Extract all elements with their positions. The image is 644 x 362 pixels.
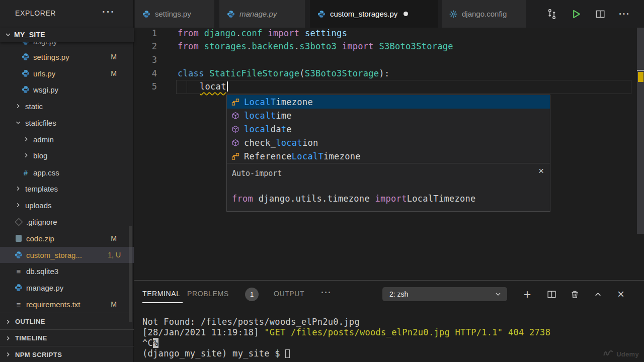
split-terminal-icon[interactable]: [545, 288, 557, 300]
sidebar-item-db-sqlite3[interactable]: ≡ db.sqlite3: [0, 263, 134, 279]
kill-terminal-icon[interactable]: [569, 288, 581, 300]
more-actions-icon[interactable]: ···: [618, 8, 631, 21]
python-icon: [21, 53, 30, 61]
section-outline[interactable]: OUTLINE: [0, 313, 134, 330]
folder-label: admin: [33, 135, 54, 144]
sidebar-item-custom-storages-py[interactable]: custom_storag... 1, U: [0, 247, 134, 263]
git-modified-badge: M: [111, 53, 117, 61]
text-cursor: [227, 81, 228, 92]
sidebar-folder-templates[interactable]: templates: [0, 180, 134, 197]
explorer-sidebar: EXPLORER ··· MY_SITE asgi.py settings.py…: [0, 0, 134, 362]
folder-label: staticfiles: [25, 119, 56, 127]
terminal-output-line: Not Found: /files/posts/woods_elPn2u0.jp…: [142, 317, 360, 327]
tab-problems[interactable]: PROBLEMS: [187, 290, 229, 298]
sidebar-item-urls-py[interactable]: urls.py M: [0, 65, 134, 81]
sidebar-item-manage-py[interactable]: manage.py: [0, 280, 134, 296]
python-icon: [21, 69, 30, 77]
split-editor-icon[interactable]: [594, 8, 607, 21]
unsaved-dot-icon[interactable]: [404, 12, 408, 16]
editor-scrollbar[interactable]: [637, 28, 644, 280]
git-icon: [14, 219, 23, 225]
sidebar-folder-blog[interactable]: blog: [0, 147, 134, 163]
active-tab-underline: [142, 302, 183, 303]
close-icon[interactable]: ×: [538, 165, 544, 176]
code-line-1[interactable]: from django.conf import settings: [178, 27, 347, 40]
tab-label: custom_storages.py: [330, 10, 397, 18]
class-symbol-icon: [231, 98, 240, 106]
auto-import-label: Auto-import: [232, 169, 282, 178]
line-number: 1: [137, 27, 157, 40]
chevron-down-icon: [14, 119, 22, 126]
udemy-watermark: Udemy: [603, 349, 639, 359]
section-label: TIMELINE: [15, 334, 47, 342]
problems-untracked-badge: 1, U: [108, 251, 121, 259]
file-label: asgi.py: [33, 42, 57, 46]
autocomplete-widget: LocalTimezone localtime localdate check_…: [226, 95, 550, 212]
folder-label: templates: [25, 185, 58, 193]
sidebar-folder-admin[interactable]: admin: [0, 131, 134, 147]
git-modified-badge: M: [111, 69, 117, 77]
explorer-title: EXPLORER: [15, 9, 56, 17]
folder-label: blog: [33, 151, 47, 160]
tab-output[interactable]: OUTPUT: [274, 290, 304, 298]
line-number: 2: [137, 40, 157, 53]
section-label: OUTLINE: [15, 318, 45, 325]
ruler-cursor-marker: [637, 70, 644, 71]
explorer-more-actions-icon[interactable]: ···: [102, 6, 115, 18]
code-line-2[interactable]: from storages.backends.s3boto3 import S3…: [178, 40, 453, 53]
suggestion-referencelocaltimezone[interactable]: ReferenceLocalTimezone: [227, 149, 550, 163]
gear-icon: [449, 10, 458, 18]
terminal-shell-select[interactable]: 2: zsh: [382, 287, 507, 301]
chevron-right-icon: [22, 152, 30, 159]
file-label: code.zip: [26, 234, 54, 243]
suggestion-localdate[interactable]: localdate: [227, 122, 550, 136]
code-line-5[interactable]: locat: [178, 80, 228, 93]
scrollbar-slider[interactable]: [637, 28, 644, 234]
maximize-panel-icon[interactable]: [592, 288, 604, 300]
sidebar-item-code-zip[interactable]: code.zip M: [0, 230, 134, 246]
tab-django-config[interactable]: django.config: [442, 0, 526, 28]
sidebar-folder-uploads[interactable]: uploads: [0, 197, 134, 213]
chevron-down-icon: [494, 290, 502, 298]
file-label: .gitignore: [26, 218, 57, 226]
sidebar-item-gitignore[interactable]: .gitignore: [0, 214, 134, 230]
sidebar-scrollbar[interactable]: [129, 226, 132, 322]
tab-label: settings.py: [155, 10, 191, 18]
close-panel-icon[interactable]: ×: [615, 288, 627, 300]
partially-scrolled-item[interactable]: asgi.py: [0, 42, 134, 47]
tab-custom-storages-py[interactable]: custom_storages.py: [310, 0, 438, 28]
terminal-prompt-line[interactable]: (django_my_site) my_site $: [142, 348, 290, 359]
python-icon: [14, 284, 23, 292]
code-line-4[interactable]: class StaticFileStorage(S3Boto3Storage):: [178, 67, 389, 80]
chevron-right-icon: [14, 103, 22, 110]
ruler-warning-marker: [638, 72, 643, 82]
section-timeline[interactable]: TIMELINE: [0, 329, 134, 346]
tab-terminal[interactable]: TERMINAL: [142, 290, 181, 298]
suggestion-localtime[interactable]: localtime: [227, 109, 550, 122]
panel-divider[interactable]: [134, 280, 644, 281]
new-terminal-icon[interactable]: +: [521, 288, 533, 300]
python-icon: [21, 85, 30, 94]
panel-more-icon[interactable]: ···: [321, 288, 332, 298]
sidebar-item-wsgi-py[interactable]: wsgi.py: [0, 81, 134, 98]
project-root-row[interactable]: MY_SITE: [0, 28, 134, 42]
suggestion-localtimezone[interactable]: LocalTimezone: [227, 95, 550, 109]
suggestion-details-panel: Auto-import × from django.utils.timezone…: [227, 163, 550, 211]
compare-changes-icon[interactable]: [545, 8, 558, 21]
sidebar-item-settings-py[interactable]: settings.py M: [0, 49, 134, 65]
sidebar-folder-static[interactable]: static: [0, 98, 134, 114]
tab-manage-py[interactable]: manage.py: [219, 0, 305, 28]
suggestion-check-location[interactable]: check_location: [227, 136, 550, 149]
tab-label: manage.py: [239, 10, 277, 18]
sidebar-item-requirements-txt[interactable]: ≡ requirements.txt M: [0, 296, 134, 312]
sidebar-item-app-css[interactable]: # app.css: [0, 164, 134, 180]
line-number: 3: [137, 53, 157, 66]
run-icon[interactable]: [570, 8, 583, 21]
chevron-right-icon: [14, 185, 22, 192]
sidebar-folder-staticfiles[interactable]: staticfiles: [0, 115, 134, 131]
file-label: app.css: [33, 168, 59, 177]
chevron-right-icon: [14, 202, 22, 209]
line-number: 4: [137, 67, 157, 80]
tab-settings-py[interactable]: settings.py: [135, 0, 214, 28]
section-npm-scripts[interactable]: NPM SCRIPTS: [0, 346, 134, 362]
